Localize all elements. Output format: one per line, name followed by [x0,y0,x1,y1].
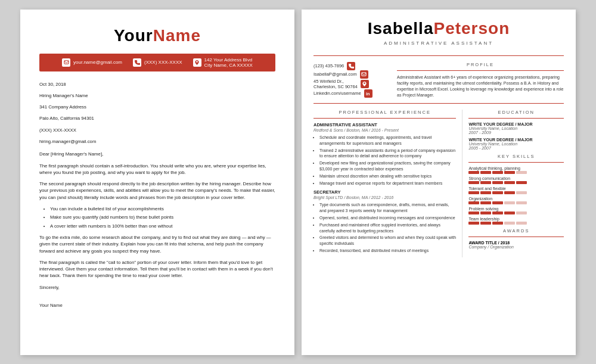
resume-right-col: EDUCATION WRITE YOUR DEGREE / MAJOR Univ… [468,110,564,257]
cl-bullet-list: You can include a bulleted list of your … [50,206,275,229]
job-1-bullet-2: Trained 2 administrative assistants duri… [319,148,456,160]
skill-item-4: Problem solving [468,207,564,214]
cl-para-3: To go the extra mile, do some research a… [39,234,275,254]
cl-hm-phone: (XXX) XXX-XXXX [39,127,275,133]
contact-phone-text: (123) 435-7896 [313,63,344,69]
skill-dot-4-1 [480,211,491,214]
awards-divider [468,237,564,237]
resume-contact-section: (123) 435-7896 IsabellaP@gmail.com 45 Wi… [313,62,391,104]
skill-dot-1-3 [504,181,515,184]
skill-bar-2 [468,191,564,194]
edu-2-years: 2005 - 2007 [468,146,564,150]
resume-main-content: PROFESSIONAL EXPERIENCE ADMINISTRATIVE A… [302,107,576,263]
edu-entry-1: WRITE YOUR DEGREE / MAJOR University Nam… [468,122,564,135]
skill-dot-0-4 [516,171,527,174]
job-entry-2: SECRETARY Bright Spot LTD / Boston, MA /… [313,189,456,253]
skill-dot-2-4 [516,191,527,194]
svg-text:in: in [366,91,370,96]
resume-middle-divider [313,103,564,104]
cl-address-item: 142 Your Address Blvd City Name, CA XXXX… [193,57,253,68]
resume-header: IsabellaPeterson ADMINISTRATIVE ASSISTAN… [302,10,576,55]
job-1-company: Redford & Sons / Boston, MA / 2016 - Pre… [313,128,456,132]
cl-para-2: The second paragraph should respond dire… [39,181,275,201]
contact-email-text: IsabellaP@gmail.com [313,71,357,77]
skill-item-0: Analytical thinking, planning [468,166,564,174]
job-2-bullet-5: Recorded, transcribed, and distributed m… [319,248,456,254]
cl-email-item: your.name@gmail.com [62,58,122,67]
skill-bar-5 [468,222,564,225]
phone-icon [133,58,141,67]
skill-dot-2-2 [492,191,503,194]
cl-address-text: 142 Your Address Blvd City Name, CA XXXX… [204,57,253,68]
award-1-title: AWARD TITLE / 2018 [468,241,564,245]
cl-hm-city: Palo Alto, California 94301 [39,115,275,122]
cl-para-1: The first paragraph should contain a sel… [39,163,275,176]
col-divider [462,110,462,257]
skill-item-2: Tolerant and flexible [468,186,564,194]
skill-bar-0 [468,171,564,174]
skill-dot-3-4 [516,201,527,204]
skill-dot-0-3 [504,171,515,174]
skill-label-0: Analytical thinking, planning [468,166,564,170]
contact-address-item: 45 Winfield Dr., Charleston, SC 90764 [313,79,391,89]
edu-1-degree: WRITE YOUR DEGREE / MAJOR [468,122,564,126]
email-icon [360,70,368,79]
experience-section-title: PROFESSIONAL EXPERIENCE [313,110,456,115]
cl-bullet-2: Make sure you quantify (add numbers to) … [50,214,275,220]
skills-section-title: KEY SKILLS [468,154,564,159]
skill-dot-5-0 [468,222,479,225]
job-1-bullet-3: Developed new filing and organizational … [319,160,456,172]
cl-hm-email: hiring.manager@gmail.com [39,138,275,145]
resume-first-name: Isabella [368,19,434,38]
job-2-bullet-4: Greeted visitors and determined to whom … [319,235,456,247]
cl-hiring-manager-address: Hiring Manager's Name 341 Company Addres… [39,92,275,145]
skills-list: Analytical thinking, planningStrong comm… [468,166,564,225]
job-2-bullet-2: Opened, sorted, and distributed incoming… [319,215,456,221]
resume-header-divider [313,55,564,56]
cover-letter-title: YourName [39,26,275,45]
skill-dot-3-3 [504,201,515,204]
skill-item-3: Organization [468,197,564,204]
skill-item-1: Strong communication [468,176,564,184]
cl-bullet-1: You can include a bulleted list of your … [50,206,275,212]
cl-para-4: The final paragraph is called the "call … [39,259,275,279]
resume-experience-col: PROFESSIONAL EXPERIENCE ADMINISTRATIVE A… [313,110,456,257]
skill-label-4: Problem solving [468,207,564,211]
skill-bar-1 [468,181,564,184]
location-icon [361,80,369,88]
skill-dot-1-0 [468,181,479,184]
skill-dot-0-0 [468,171,479,174]
job-1-title: ADMINISTRATIVE ASSISTANT [313,122,456,127]
job-1-bullet-4: Maintain utmost discretion when dealing … [319,173,456,179]
phone-icon [347,62,355,70]
skill-dot-0-1 [480,171,491,174]
cl-contact-bar: your.name@gmail.com (XXX) XXX-XXXX 142 Y… [39,54,275,71]
edu-1-school: University Name, Location [468,126,564,130]
contact-address-text: 45 Winfield Dr., Charleston, SC 90764 [313,79,358,89]
skill-dot-4-4 [516,211,527,214]
cl-salutation: Dear [Hiring Manager's Name], [39,151,275,157]
skill-dot-2-3 [504,191,515,194]
job-entry-1: ADMINISTRATIVE ASSISTANT Redford & Sons … [313,122,456,186]
job-2-bullet-1: Type documents such as correspondence, d… [319,202,456,214]
cl-title-bold: Your [114,26,153,45]
skill-label-1: Strong communication [468,176,564,181]
skill-dot-2-1 [480,191,491,194]
cl-phone-text: (XXX) XXX-XXXX [144,60,182,65]
job-2-bullet-3: Purchased and maintained office suppled … [319,222,456,234]
resume-profile-section: PROFILE Administrative Assistant with 6+… [397,62,564,104]
skill-dot-5-4 [516,222,527,225]
svg-rect-0 [64,61,68,64]
resume-last-name: Peterson [433,19,510,38]
edu-entry-2: WRITE YOUR DEGREE / MAJOR University Nam… [468,138,564,150]
skill-dot-5-2 [492,222,503,225]
skill-dot-5-1 [480,222,491,225]
education-section-title: EDUCATION [468,110,564,115]
edu-1-years: 2007 - 2009 [468,130,564,135]
skill-item-5: Team leadership [468,217,564,225]
skill-dot-3-2 [492,201,503,204]
skill-label-3: Organization [468,197,564,201]
job-1-bullets: Schedule and coordinate meetings, appoin… [319,135,456,186]
job-2-bullets: Type documents such as correspondence, d… [319,202,456,253]
cover-letter-page: YourName your.name@gmail.com (XXX) XXX-X… [20,10,294,355]
